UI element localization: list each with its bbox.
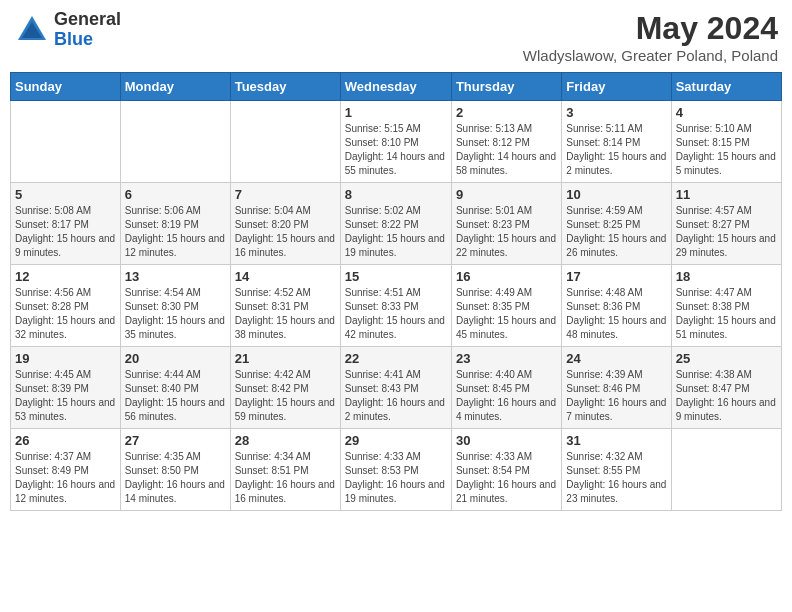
- day-number: 13: [125, 269, 226, 284]
- calendar-cell: 14Sunrise: 4:52 AM Sunset: 8:31 PM Dayli…: [230, 265, 340, 347]
- calendar-location: Wladyslawow, Greater Poland, Poland: [523, 47, 778, 64]
- day-number: 2: [456, 105, 557, 120]
- day-number: 11: [676, 187, 777, 202]
- day-info: Sunrise: 4:57 AM Sunset: 8:27 PM Dayligh…: [676, 204, 777, 260]
- logo-icon: [14, 12, 50, 48]
- day-number: 26: [15, 433, 116, 448]
- day-number: 24: [566, 351, 666, 366]
- calendar-cell: 21Sunrise: 4:42 AM Sunset: 8:42 PM Dayli…: [230, 347, 340, 429]
- calendar-cell: 6Sunrise: 5:06 AM Sunset: 8:19 PM Daylig…: [120, 183, 230, 265]
- day-number: 7: [235, 187, 336, 202]
- day-number: 22: [345, 351, 447, 366]
- day-number: 14: [235, 269, 336, 284]
- day-number: 4: [676, 105, 777, 120]
- day-number: 17: [566, 269, 666, 284]
- calendar-cell: [671, 429, 781, 511]
- day-info: Sunrise: 5:08 AM Sunset: 8:17 PM Dayligh…: [15, 204, 116, 260]
- day-number: 5: [15, 187, 116, 202]
- day-info: Sunrise: 5:01 AM Sunset: 8:23 PM Dayligh…: [456, 204, 557, 260]
- calendar-cell: 7Sunrise: 5:04 AM Sunset: 8:20 PM Daylig…: [230, 183, 340, 265]
- day-info: Sunrise: 4:41 AM Sunset: 8:43 PM Dayligh…: [345, 368, 447, 424]
- day-number: 8: [345, 187, 447, 202]
- day-number: 16: [456, 269, 557, 284]
- day-number: 12: [15, 269, 116, 284]
- day-info: Sunrise: 4:48 AM Sunset: 8:36 PM Dayligh…: [566, 286, 666, 342]
- day-info: Sunrise: 4:40 AM Sunset: 8:45 PM Dayligh…: [456, 368, 557, 424]
- day-info: Sunrise: 4:35 AM Sunset: 8:50 PM Dayligh…: [125, 450, 226, 506]
- calendar-cell: 20Sunrise: 4:44 AM Sunset: 8:40 PM Dayli…: [120, 347, 230, 429]
- header-wednesday: Wednesday: [340, 73, 451, 101]
- day-number: 1: [345, 105, 447, 120]
- day-info: Sunrise: 5:11 AM Sunset: 8:14 PM Dayligh…: [566, 122, 666, 178]
- day-info: Sunrise: 4:44 AM Sunset: 8:40 PM Dayligh…: [125, 368, 226, 424]
- calendar-table: SundayMondayTuesdayWednesdayThursdayFrid…: [10, 72, 782, 511]
- calendar-cell: 19Sunrise: 4:45 AM Sunset: 8:39 PM Dayli…: [11, 347, 121, 429]
- page-header: General Blue May 2024 Wladyslawow, Great…: [10, 10, 782, 64]
- calendar-cell: 17Sunrise: 4:48 AM Sunset: 8:36 PM Dayli…: [562, 265, 671, 347]
- day-number: 15: [345, 269, 447, 284]
- day-number: 25: [676, 351, 777, 366]
- day-number: 9: [456, 187, 557, 202]
- day-info: Sunrise: 4:51 AM Sunset: 8:33 PM Dayligh…: [345, 286, 447, 342]
- day-info: Sunrise: 4:56 AM Sunset: 8:28 PM Dayligh…: [15, 286, 116, 342]
- calendar-cell: 4Sunrise: 5:10 AM Sunset: 8:15 PM Daylig…: [671, 101, 781, 183]
- calendar-cell: 8Sunrise: 5:02 AM Sunset: 8:22 PM Daylig…: [340, 183, 451, 265]
- logo-blue-text: Blue: [54, 30, 121, 50]
- header-thursday: Thursday: [451, 73, 561, 101]
- day-info: Sunrise: 4:52 AM Sunset: 8:31 PM Dayligh…: [235, 286, 336, 342]
- calendar-cell: 1Sunrise: 5:15 AM Sunset: 8:10 PM Daylig…: [340, 101, 451, 183]
- calendar-cell: 27Sunrise: 4:35 AM Sunset: 8:50 PM Dayli…: [120, 429, 230, 511]
- day-info: Sunrise: 5:06 AM Sunset: 8:19 PM Dayligh…: [125, 204, 226, 260]
- day-number: 21: [235, 351, 336, 366]
- day-info: Sunrise: 5:02 AM Sunset: 8:22 PM Dayligh…: [345, 204, 447, 260]
- calendar-cell: 11Sunrise: 4:57 AM Sunset: 8:27 PM Dayli…: [671, 183, 781, 265]
- title-section: May 2024 Wladyslawow, Greater Poland, Po…: [523, 10, 778, 64]
- day-number: 27: [125, 433, 226, 448]
- calendar-cell: 12Sunrise: 4:56 AM Sunset: 8:28 PM Dayli…: [11, 265, 121, 347]
- day-number: 30: [456, 433, 557, 448]
- week-row-2: 5Sunrise: 5:08 AM Sunset: 8:17 PM Daylig…: [11, 183, 782, 265]
- logo: General Blue: [14, 10, 121, 50]
- day-info: Sunrise: 4:39 AM Sunset: 8:46 PM Dayligh…: [566, 368, 666, 424]
- week-row-5: 26Sunrise: 4:37 AM Sunset: 8:49 PM Dayli…: [11, 429, 782, 511]
- calendar-cell: [11, 101, 121, 183]
- calendar-title: May 2024: [523, 10, 778, 47]
- week-row-3: 12Sunrise: 4:56 AM Sunset: 8:28 PM Dayli…: [11, 265, 782, 347]
- calendar-cell: 2Sunrise: 5:13 AM Sunset: 8:12 PM Daylig…: [451, 101, 561, 183]
- calendar-cell: 9Sunrise: 5:01 AM Sunset: 8:23 PM Daylig…: [451, 183, 561, 265]
- calendar-cell: [120, 101, 230, 183]
- logo-text: General Blue: [54, 10, 121, 50]
- day-number: 20: [125, 351, 226, 366]
- day-info: Sunrise: 4:45 AM Sunset: 8:39 PM Dayligh…: [15, 368, 116, 424]
- week-row-1: 1Sunrise: 5:15 AM Sunset: 8:10 PM Daylig…: [11, 101, 782, 183]
- day-info: Sunrise: 5:13 AM Sunset: 8:12 PM Dayligh…: [456, 122, 557, 178]
- weekday-header-row: SundayMondayTuesdayWednesdayThursdayFrid…: [11, 73, 782, 101]
- calendar-cell: 23Sunrise: 4:40 AM Sunset: 8:45 PM Dayli…: [451, 347, 561, 429]
- calendar-cell: 13Sunrise: 4:54 AM Sunset: 8:30 PM Dayli…: [120, 265, 230, 347]
- calendar-cell: 5Sunrise: 5:08 AM Sunset: 8:17 PM Daylig…: [11, 183, 121, 265]
- calendar-cell: 16Sunrise: 4:49 AM Sunset: 8:35 PM Dayli…: [451, 265, 561, 347]
- day-info: Sunrise: 4:32 AM Sunset: 8:55 PM Dayligh…: [566, 450, 666, 506]
- calendar-cell: 25Sunrise: 4:38 AM Sunset: 8:47 PM Dayli…: [671, 347, 781, 429]
- day-number: 28: [235, 433, 336, 448]
- week-row-4: 19Sunrise: 4:45 AM Sunset: 8:39 PM Dayli…: [11, 347, 782, 429]
- calendar-cell: 15Sunrise: 4:51 AM Sunset: 8:33 PM Dayli…: [340, 265, 451, 347]
- calendar-cell: 29Sunrise: 4:33 AM Sunset: 8:53 PM Dayli…: [340, 429, 451, 511]
- day-info: Sunrise: 4:49 AM Sunset: 8:35 PM Dayligh…: [456, 286, 557, 342]
- calendar-cell: 30Sunrise: 4:33 AM Sunset: 8:54 PM Dayli…: [451, 429, 561, 511]
- day-number: 3: [566, 105, 666, 120]
- day-info: Sunrise: 4:37 AM Sunset: 8:49 PM Dayligh…: [15, 450, 116, 506]
- day-info: Sunrise: 4:33 AM Sunset: 8:53 PM Dayligh…: [345, 450, 447, 506]
- calendar-cell: 28Sunrise: 4:34 AM Sunset: 8:51 PM Dayli…: [230, 429, 340, 511]
- day-number: 10: [566, 187, 666, 202]
- day-info: Sunrise: 4:42 AM Sunset: 8:42 PM Dayligh…: [235, 368, 336, 424]
- logo-general-text: General: [54, 10, 121, 30]
- day-number: 6: [125, 187, 226, 202]
- calendar-cell: [230, 101, 340, 183]
- day-number: 29: [345, 433, 447, 448]
- day-number: 23: [456, 351, 557, 366]
- day-info: Sunrise: 4:54 AM Sunset: 8:30 PM Dayligh…: [125, 286, 226, 342]
- day-info: Sunrise: 4:33 AM Sunset: 8:54 PM Dayligh…: [456, 450, 557, 506]
- header-tuesday: Tuesday: [230, 73, 340, 101]
- header-saturday: Saturday: [671, 73, 781, 101]
